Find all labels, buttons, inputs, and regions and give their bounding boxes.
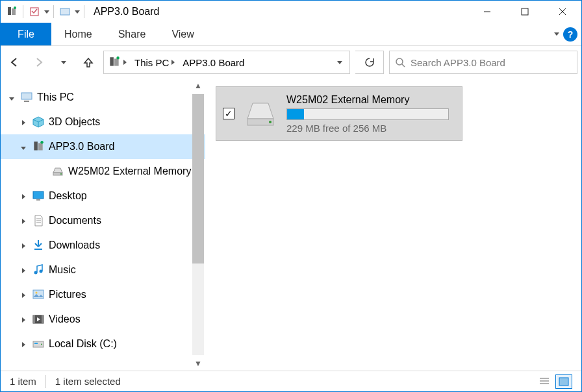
svg-rect-33	[42, 315, 44, 323]
svg-point-20	[60, 173, 62, 175]
svg-rect-32	[33, 315, 35, 323]
chevron-right-icon	[22, 243, 25, 249]
titlebar: APP3.0 Board	[1, 1, 581, 23]
ribbon: File Home Share View ?	[1, 23, 581, 46]
downloads-icon	[32, 239, 45, 252]
tree-item-3d-objects[interactable]: 3D Objects	[1, 110, 205, 134]
tree-item-external-memory[interactable]: W25M02 External Memory	[1, 159, 205, 184]
videos-icon	[32, 313, 45, 326]
tree-item-videos[interactable]: Videos	[1, 307, 205, 332]
drive-item[interactable]: ✓ W25M02 External Memory 229 MB free of …	[216, 86, 462, 141]
forward-button[interactable]	[29, 53, 49, 72]
svg-point-28	[40, 270, 43, 273]
breadcrumb-seg-thispc[interactable]: This PC	[131, 51, 179, 73]
details-view-button[interactable]	[536, 374, 553, 389]
svg-line-13	[402, 64, 405, 67]
tab-view[interactable]: View	[158, 23, 207, 45]
item-checkbox[interactable]: ✓	[223, 108, 234, 119]
tree-item-app30-board[interactable]: APP3.0 Board	[1, 134, 205, 159]
recent-locations-button[interactable]	[54, 53, 73, 72]
chevron-right-icon	[22, 268, 25, 273]
svg-rect-6	[522, 8, 528, 15]
svg-rect-17	[38, 143, 43, 150]
breadcrumb-label: This PC	[134, 57, 169, 68]
tree-item-music[interactable]: Music	[1, 258, 205, 282]
drive-icon	[51, 165, 64, 178]
address-history-dropdown[interactable]	[329, 51, 349, 73]
search-icon	[395, 57, 405, 67]
refresh-button[interactable]	[355, 51, 384, 74]
svg-point-27	[34, 271, 38, 275]
search-box[interactable]	[389, 51, 577, 74]
svg-point-38	[269, 121, 272, 123]
svg-point-30	[36, 292, 38, 294]
navigation-pane: This PC 3D Objects APP3.0 Board W25M02 E…	[1, 79, 205, 371]
chevron-right-icon	[22, 219, 25, 224]
tree-label: Local Disk (C:)	[49, 338, 117, 350]
help-button[interactable]: ?	[563, 27, 577, 42]
chevron-right-icon	[22, 120, 25, 125]
svg-rect-22	[36, 199, 40, 201]
chevron-down-icon	[21, 147, 26, 150]
tree-label: W25M02 External Memory	[68, 165, 191, 177]
svg-point-2	[14, 6, 16, 9]
scroll-down-icon[interactable]: ▼	[191, 356, 205, 371]
svg-rect-14	[21, 93, 32, 99]
svg-point-11	[116, 56, 119, 59]
qat-properties-icon[interactable]	[27, 5, 42, 19]
search-input[interactable]	[411, 57, 572, 68]
status-selected-count: 1 item selected	[55, 376, 121, 387]
tree-label: Downloads	[49, 239, 100, 251]
svg-rect-15	[24, 101, 29, 102]
tiles-view-button[interactable]	[555, 374, 572, 389]
app-icon	[5, 5, 19, 19]
svg-rect-36	[34, 343, 38, 344]
svg-point-35	[41, 344, 42, 345]
documents-icon	[32, 214, 45, 227]
scroll-up-icon[interactable]: ▲	[191, 79, 205, 93]
drive-capacity-bar	[286, 108, 449, 120]
svg-rect-9	[110, 57, 114, 66]
file-tab[interactable]: File	[1, 23, 51, 45]
svg-rect-1	[12, 8, 16, 15]
svg-rect-21	[33, 191, 44, 199]
tree-label: This PC	[37, 92, 74, 103]
svg-rect-16	[34, 141, 38, 150]
back-button[interactable]	[5, 53, 24, 72]
svg-point-12	[396, 58, 403, 65]
maximize-button[interactable]	[506, 1, 544, 23]
tree-item-desktop[interactable]: Desktop	[1, 184, 205, 208]
svg-rect-29	[33, 290, 44, 299]
disk-icon	[32, 337, 45, 350]
close-button[interactable]	[544, 1, 581, 23]
drive-name: W25M02 External Memory	[286, 94, 455, 106]
svg-rect-4	[60, 8, 70, 15]
qat-newfolder-icon[interactable]	[58, 5, 72, 19]
tree-item-documents[interactable]: Documents	[1, 208, 205, 233]
qat-dropdown-icon[interactable]	[44, 10, 49, 14]
svg-rect-10	[114, 58, 119, 66]
breadcrumb-root-icon[interactable]	[104, 51, 131, 73]
tree-item-downloads[interactable]: Downloads	[1, 233, 205, 258]
tree-this-pc[interactable]: This PC	[1, 85, 205, 110]
tree-label: Videos	[49, 313, 81, 325]
tree-item-pictures[interactable]: Pictures	[1, 282, 205, 307]
chevron-right-icon	[123, 60, 127, 65]
up-button[interactable]	[79, 53, 98, 72]
ribbon-collapse-icon[interactable]	[554, 32, 559, 36]
breadcrumb-seg-current[interactable]: APP3.0 Board	[179, 51, 248, 73]
nav-pane-scrollbar[interactable]: ▲ ▼	[191, 79, 205, 371]
drive-status-text: 229 MB free of 256 MB	[286, 123, 455, 134]
tab-home[interactable]: Home	[51, 23, 105, 45]
cube-icon	[32, 116, 45, 129]
tab-share[interactable]: Share	[105, 23, 159, 45]
pictures-icon	[32, 288, 45, 301]
qat-customize-icon[interactable]	[75, 10, 80, 14]
address-bar[interactable]: This PC APP3.0 Board	[103, 51, 350, 74]
chevron-down-icon	[9, 97, 14, 101]
music-icon	[32, 263, 45, 276]
minimize-button[interactable]	[468, 1, 506, 23]
tree-label: Music	[49, 264, 76, 276]
tree-item-local-disk[interactable]: Local Disk (C:)	[1, 332, 205, 356]
chevron-right-icon	[22, 194, 25, 199]
